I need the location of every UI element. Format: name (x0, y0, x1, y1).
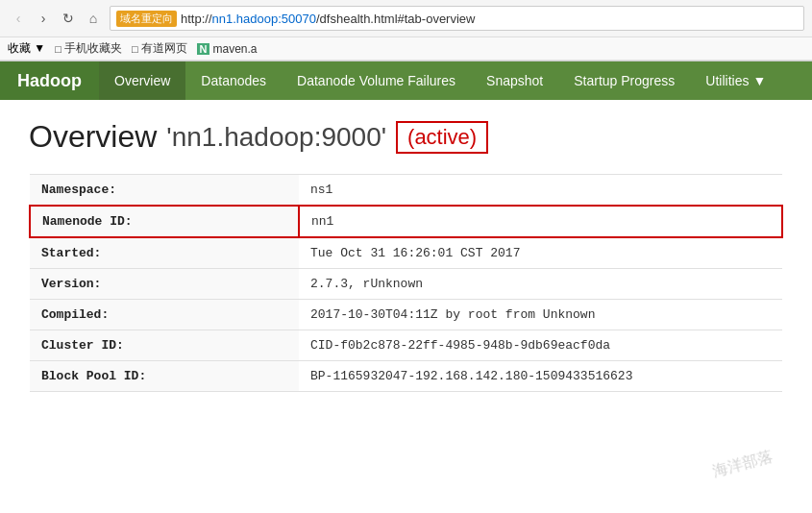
field-namenode-id-value: nn1 (299, 206, 782, 237)
hadoop-brand: Hadoop (0, 61, 99, 100)
field-started-label: Started: (30, 237, 299, 269)
browser-chrome: ‹ › ↻ ⌂ 域名重定向 http://nn1.hadoop:50070/df… (0, 0, 812, 61)
field-version-value: 2.7.3, rUnknown (299, 269, 782, 300)
bookmark-maven[interactable]: N maven.a (197, 42, 258, 56)
forward-button[interactable]: › (33, 8, 54, 29)
field-namenode-id-label: Namenode ID: (30, 206, 299, 237)
bookmark-mobile-icon: □ (55, 43, 62, 55)
overview-heading: Overview (29, 119, 157, 155)
bookmark-maven-label: maven.a (212, 42, 257, 56)
nav-utilities-label: Utilities (705, 73, 749, 88)
table-row-cluster-id: Cluster ID: CID-f0b2c878-22ff-4985-948b-… (30, 330, 782, 361)
field-block-pool-id-value: BP-1165932047-192.168.142.180-1509433516… (299, 361, 782, 392)
bookmark-youdao-label: 有道网页 (141, 40, 187, 57)
bookmarks-label: 收藏 ▼ (8, 40, 45, 57)
bookmark-mobile-label: 手机收藏夹 (64, 40, 122, 57)
table-row-version: Version: 2.7.3, rUnknown (30, 269, 782, 300)
table-row-compiled: Compiled: 2017-10-30T04:11Z by root from… (30, 300, 782, 330)
nav-startup-progress[interactable]: Startup Progress (558, 61, 690, 100)
field-cluster-id-label: Cluster ID: (30, 330, 299, 361)
table-row-namenode-id: Namenode ID: nn1 (30, 206, 782, 237)
field-version-label: Version: (30, 269, 299, 300)
info-table: Namespace: ns1 Namenode ID: nn1 Started:… (29, 174, 783, 392)
address-suffix: /dfshealth.html#tab-overview (316, 12, 475, 26)
address-prefix: http:// (181, 12, 212, 26)
server-name: 'nn1.hadoop:9000' (166, 122, 386, 153)
field-namespace-label: Namespace: (30, 175, 299, 207)
table-row-namespace: Namespace: ns1 (30, 175, 782, 207)
utilities-dropdown-icon: ▼ (752, 73, 766, 88)
main-content: Overview 'nn1.hadoop:9000' (active) Name… (0, 100, 812, 411)
home-button[interactable]: ⌂ (83, 8, 104, 29)
bookmark-youdao-icon: □ (132, 43, 138, 55)
page-title: Overview 'nn1.hadoop:9000' (active) (29, 119, 783, 155)
address-highlight: nn1.hadoop:50070 (212, 12, 316, 26)
nav-datanode-volume-failures[interactable]: Datanode Volume Failures (282, 61, 471, 100)
nav-utilities[interactable]: Utilities ▼ (690, 61, 781, 100)
nav-buttons: ‹ › ↻ ⌂ (8, 8, 104, 29)
field-block-pool-id-label: Block Pool ID: (30, 361, 299, 392)
domain-redirect-badge: 域名重定向 (116, 11, 177, 27)
nav-snapshot[interactable]: Snapshot (471, 61, 558, 100)
field-compiled-label: Compiled: (30, 300, 299, 330)
back-button[interactable]: ‹ (8, 8, 29, 29)
bookmarks-bar: 收藏 ▼ □ 手机收藏夹 □ 有道网页 N maven.a (0, 37, 812, 61)
table-row-started: Started: Tue Oct 31 16:26:01 CST 2017 (30, 237, 782, 269)
refresh-button[interactable]: ↻ (58, 8, 79, 29)
field-namespace-value: ns1 (299, 175, 782, 207)
table-row-block-pool-id: Block Pool ID: BP-1165932047-192.168.142… (30, 361, 782, 392)
hadoop-nav: Hadoop Overview Datanodes Datanode Volum… (0, 61, 812, 100)
bookmark-mobile[interactable]: □ 手机收藏夹 (55, 40, 122, 57)
address-text: http://nn1.hadoop:50070/dfshealth.html#t… (181, 12, 798, 26)
browser-toolbar: ‹ › ↻ ⌂ 域名重定向 http://nn1.hadoop:50070/df… (0, 0, 812, 37)
bookmark-youdao[interactable]: □ 有道网页 (132, 40, 187, 57)
field-compiled-value: 2017-10-30T04:11Z by root from Unknown (299, 300, 782, 330)
active-badge: (active) (396, 121, 488, 154)
nav-datanodes[interactable]: Datanodes (185, 61, 282, 100)
address-bar[interactable]: 域名重定向 http://nn1.hadoop:50070/dfshealth.… (110, 6, 804, 31)
field-cluster-id-value: CID-f0b2c878-22ff-4985-948b-9db69eacf0da (299, 330, 782, 361)
bookmark-maven-icon: N (197, 43, 210, 55)
field-started-value: Tue Oct 31 16:26:01 CST 2017 (299, 237, 782, 269)
nav-overview[interactable]: Overview (99, 61, 185, 100)
